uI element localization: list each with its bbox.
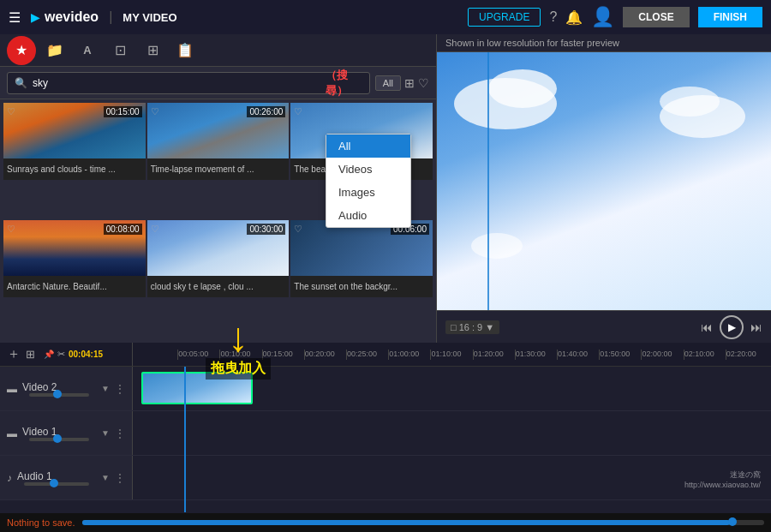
- aspect-ratio-label: 16 : 9: [459, 322, 483, 332]
- add-icon[interactable]: ＋: [7, 345, 21, 363]
- search-box: 🔍 （搜尋）: [7, 72, 370, 94]
- media-duration: 00:08:00: [104, 224, 142, 235]
- track-volume: [24, 482, 89, 486]
- progress-knob[interactable]: [728, 517, 737, 526]
- media-heart-icon[interactable]: ♡: [294, 224, 302, 235]
- tab-folder[interactable]: 📁: [41, 39, 69, 63]
- audio-icon: ♪: [7, 472, 12, 484]
- close-button[interactable]: CLOSE: [623, 7, 689, 27]
- skip-back-icon[interactable]: ⏮: [701, 320, 713, 334]
- track-label-inner: Video 2: [22, 381, 96, 397]
- media-heart-icon[interactable]: ♡: [7, 106, 15, 117]
- dropdown-item-videos[interactable]: Videos: [326, 158, 410, 181]
- media-label: The sunset on the backgr...: [290, 276, 433, 297]
- heart-icon[interactable]: ♡: [418, 76, 429, 90]
- preview-info: Shown in low resolution for faster previ…: [437, 34, 771, 52]
- bell-icon[interactable]: 🔔: [565, 9, 583, 26]
- search-row: 🔍 （搜尋） All ⊞ ♡: [0, 67, 436, 99]
- volume-knob[interactable]: [50, 479, 58, 487]
- track-expand-icon[interactable]: ▼: [101, 384, 110, 393]
- dropdown-item-audio[interactable]: Audio: [326, 204, 410, 227]
- ruler-mark: 02:20:00: [726, 350, 768, 360]
- track-expand-icon[interactable]: ▼: [101, 428, 110, 438]
- video-icon: ▬: [7, 427, 17, 439]
- aspect-ratio-selector[interactable]: □ 16 : 9 ▼: [445, 320, 499, 334]
- dropdown-item-all[interactable]: All: [326, 134, 410, 158]
- media-panel: ★ 📁 A ⊡ ⊞ 📋 🔍 （搜尋） All ⊞ ♡ All Videos Im…: [0, 34, 437, 343]
- video-icon: ▬: [7, 383, 17, 395]
- volume-knob[interactable]: [53, 390, 62, 398]
- media-label: Time-lapse movement of ...: [147, 158, 290, 180]
- marker-icon: 📌: [44, 350, 54, 359]
- media-item[interactable]: ♡ 00:30:00 cloud sky t e lapse , clou ..…: [147, 220, 290, 297]
- media-item[interactable]: ♡ 00:08:00 Antarctic Nature. Beautif...: [3, 220, 146, 297]
- finish-button[interactable]: FINISH: [698, 7, 762, 27]
- monitor-icon: □: [451, 322, 457, 332]
- media-duration: 00:30:00: [247, 224, 285, 235]
- track-audio1: ♪ Audio 1 ▼ ⋮: [0, 456, 771, 500]
- track-menu-icon[interactable]: ⋮: [115, 427, 125, 439]
- topbar-right: UPGRADE ? 🔔 👤 CLOSE FINISH: [468, 6, 762, 28]
- bottom-bar: Nothing to save.: [0, 513, 771, 532]
- ruler-mark: 01:40:00: [557, 350, 599, 360]
- search-icon: 🔍: [15, 77, 27, 89]
- timeline-header: ＋ ⊞ 📌 ✂ 00:04:15 00:05:00 00:10:00 00:15…: [0, 343, 771, 367]
- dropdown-item-images[interactable]: Images: [326, 181, 410, 204]
- media-heart-icon[interactable]: ♡: [7, 224, 15, 235]
- watermark-line1: 迷途の窩: [684, 469, 761, 481]
- filter-all-button[interactable]: All: [375, 75, 401, 91]
- status-text: Nothing to save.: [7, 517, 75, 528]
- media-heart-icon[interactable]: ♡: [151, 224, 159, 235]
- skip-forward-icon[interactable]: ⏭: [750, 320, 762, 334]
- ruler-mark: 01:10:00: [430, 350, 472, 360]
- ruler-mark: 01:00:00: [388, 350, 430, 360]
- ruler-mark: 00:20:00: [304, 350, 346, 360]
- ruler-mark: 01:50:00: [599, 350, 641, 360]
- media-label: Antarctic Nature. Beautif...: [3, 276, 146, 297]
- track-menu-icon[interactable]: ⋮: [115, 472, 125, 484]
- track-video2: ▬ Video 2 ▼ ⋮: [0, 367, 771, 411]
- logo-text: wevideo: [45, 9, 99, 25]
- tab-clipboard[interactable]: 📋: [171, 39, 199, 63]
- track-content-video1: [133, 411, 771, 455]
- hamburger-icon[interactable]: ☰: [9, 9, 21, 26]
- media-heart-icon[interactable]: ♡: [151, 106, 159, 117]
- upgrade-button[interactable]: UPGRADE: [468, 8, 541, 27]
- media-duration: 00:26:00: [247, 106, 285, 117]
- cut-icon: ✂: [57, 349, 65, 360]
- avatar[interactable]: 👤: [591, 6, 614, 28]
- media-duration: 00:15:00: [104, 106, 142, 117]
- watermark: 迷途の窩 http://www.xiaovao.tw/: [684, 469, 761, 489]
- title-separator: |: [109, 9, 112, 25]
- track-label-video2: ▬ Video 2 ▼ ⋮: [0, 367, 133, 410]
- search-hint: （搜尋）: [326, 68, 362, 99]
- progress-fill: [82, 520, 731, 525]
- ruler-mark: [136, 354, 177, 356]
- track-menu-icon[interactable]: ⋮: [115, 383, 125, 395]
- help-icon[interactable]: ?: [549, 9, 557, 25]
- volume-knob[interactable]: [53, 434, 62, 443]
- timeline-area: ＋ ⊞ 📌 ✂ 00:04:15 00:05:00 00:10:00 00:15…: [0, 343, 771, 532]
- topbar-left: ☰ ▶ wevideo | MY VIDEO: [9, 9, 177, 26]
- search-input[interactable]: [33, 77, 320, 89]
- tab-grid[interactable]: ⊞: [139, 39, 166, 63]
- media-item[interactable]: ♡ 00:06:00 The sunset on the backgr...: [290, 220, 433, 297]
- layer-icon[interactable]: ⊞: [26, 348, 35, 361]
- media-item[interactable]: ♡ 00:26:00 Time-lapse movement of ...: [147, 103, 290, 180]
- filter-dropdown: All Videos Images Audio: [326, 134, 411, 228]
- media-heart-icon[interactable]: ♡: [294, 106, 302, 117]
- filter-icon[interactable]: ⊞: [404, 76, 415, 90]
- track-expand-icon[interactable]: ▼: [101, 473, 110, 482]
- segment-time: 00:04:15: [69, 350, 103, 359]
- preview-panel: Shown in low resolution for faster previ…: [437, 34, 771, 343]
- track-content-audio1: [133, 456, 771, 499]
- track-label-inner: Video 1: [22, 426, 96, 441]
- track-video1: ▬ Video 1 ▼ ⋮: [0, 411, 771, 456]
- tab-starred[interactable]: ★: [7, 36, 36, 65]
- play-button[interactable]: ▶: [720, 315, 744, 339]
- tab-shape[interactable]: ⊡: [106, 39, 134, 63]
- media-item[interactable]: ♡ 00:15:00 Sunrays and clouds - time ...: [3, 103, 146, 180]
- progress-bar[interactable]: [82, 520, 765, 525]
- page-title: MY VIDEO: [123, 11, 176, 24]
- tab-text[interactable]: A: [74, 39, 101, 63]
